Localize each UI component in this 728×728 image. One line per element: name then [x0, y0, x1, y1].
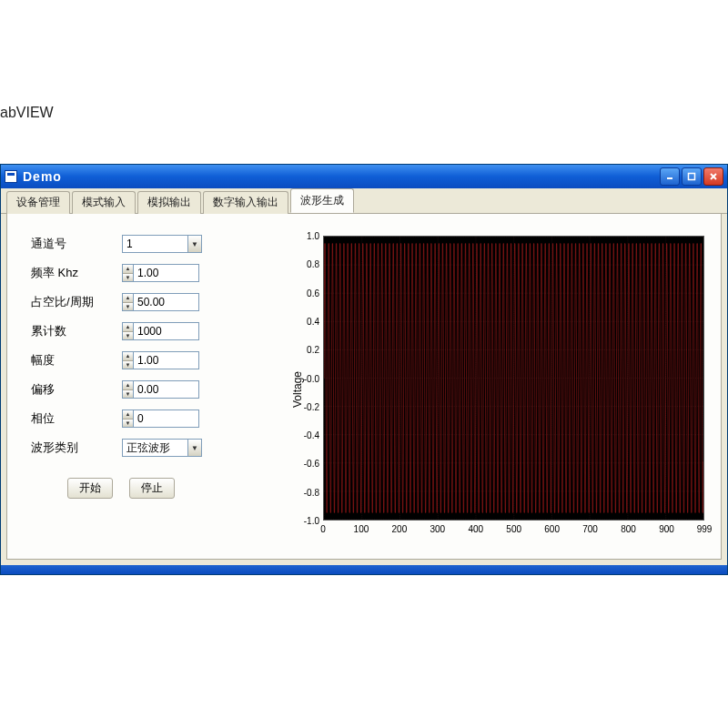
x-tick-label: 800	[621, 524, 636, 534]
chart-y-ticks: -1.0-0.8-0.6-0.4-0.2-0.00.20.40.60.81.0	[296, 236, 321, 521]
duty-spinner[interactable]: ▲ ▼	[122, 293, 134, 311]
y-tick-label: -0.4	[304, 430, 319, 440]
chart-plot-area	[323, 236, 704, 521]
app-name-fragment: abVIEW	[0, 105, 54, 121]
window-title: Demo	[23, 169, 62, 184]
spin-up-icon[interactable]: ▲	[123, 294, 133, 303]
x-tick-label: 999	[697, 524, 713, 534]
y-tick-label: -1.0	[304, 516, 319, 526]
duty-label: 占空比/周期	[31, 294, 122, 310]
x-tick-label: 900	[659, 524, 674, 534]
frequency-label: 频率 Khz	[31, 265, 122, 281]
x-tick-label: 300	[430, 524, 445, 534]
spin-up-icon[interactable]: ▲	[123, 381, 133, 390]
wavetype-select[interactable]: 正弦波形 ▼	[122, 439, 202, 457]
y-tick-label: 0.2	[307, 345, 319, 355]
x-tick-label: 500	[506, 524, 521, 534]
offset-label: 偏移	[31, 381, 122, 398]
x-tick-label: 400	[468, 524, 483, 534]
offset-input[interactable]	[134, 380, 199, 399]
y-tick-label: -0.6	[304, 459, 319, 469]
y-tick-label: -0.2	[304, 401, 319, 411]
spin-up-icon[interactable]: ▲	[123, 410, 133, 420]
x-tick-label: 100	[354, 524, 369, 534]
minimize-icon	[665, 172, 674, 181]
frequency-spinner[interactable]: ▲ ▼	[122, 264, 134, 282]
spin-down-icon[interactable]: ▼	[123, 303, 133, 311]
x-tick-label: 700	[582, 524, 598, 534]
start-button[interactable]: 开始	[67, 478, 113, 499]
count-input[interactable]	[134, 322, 199, 340]
spin-down-icon[interactable]: ▼	[123, 332, 133, 340]
spin-down-icon[interactable]: ▼	[123, 420, 133, 428]
y-tick-label: -0.8	[304, 487, 319, 497]
stop-button[interactable]: 停止	[129, 478, 175, 499]
y-tick-label: 1.0	[307, 231, 319, 241]
spin-up-icon[interactable]: ▲	[123, 265, 133, 274]
app-window: Demo 设备管理 模式输入 模拟输出 数字输入输出 波形生成 通道号 1 ▼	[0, 164, 728, 575]
tab-analog-output[interactable]: 模拟输出	[137, 191, 201, 214]
chart-x-ticks: 0100200300400500600700800900999	[323, 524, 704, 537]
x-tick-label: 600	[544, 524, 560, 534]
wavetype-value: 正弦波形	[122, 439, 187, 457]
tab-waveform-gen[interactable]: 波形生成	[290, 188, 354, 213]
wavetype-label: 波形类别	[31, 440, 122, 456]
titlebar: Demo	[1, 165, 727, 188]
amplitude-spinner[interactable]: ▲ ▼	[122, 351, 134, 369]
window-bottom-frame	[1, 565, 727, 574]
y-tick-label: 0.6	[307, 288, 319, 298]
waveform-chart: Voltage -1.0-0.8-0.6-0.4-0.2-0.00.20.40.…	[281, 230, 710, 548]
spin-down-icon[interactable]: ▼	[123, 274, 133, 282]
phase-spinner[interactable]: ▲ ▼	[122, 410, 134, 428]
phase-input[interactable]	[134, 410, 199, 428]
close-icon	[709, 172, 718, 181]
tab-mode-input[interactable]: 模式输入	[72, 191, 136, 214]
count-label: 累计数	[31, 323, 122, 339]
y-tick-label: -0.0	[304, 373, 319, 383]
tab-device-manage[interactable]: 设备管理	[6, 191, 70, 214]
channel-label: 通道号	[31, 236, 122, 252]
y-tick-label: 0.8	[307, 259, 319, 269]
chevron-down-icon: ▼	[187, 439, 202, 457]
channel-value: 1	[122, 235, 187, 253]
phase-label: 相位	[31, 410, 122, 427]
x-tick-label: 0	[320, 524, 326, 534]
spin-up-icon[interactable]: ▲	[123, 323, 133, 332]
chart-svg	[324, 237, 703, 520]
frequency-input[interactable]	[134, 264, 199, 282]
x-tick-label: 200	[392, 524, 408, 534]
spin-down-icon[interactable]: ▼	[123, 390, 133, 399]
tabstrip: 设备管理 模式输入 模拟输出 数字输入输出 波形生成	[1, 188, 727, 214]
tab-panel-waveform-gen: 通道号 1 ▼ 频率 Khz ▲ ▼ 占空比/周期	[6, 214, 722, 560]
count-spinner[interactable]: ▲ ▼	[122, 322, 134, 340]
amplitude-input[interactable]	[134, 351, 199, 369]
minimize-button[interactable]	[660, 167, 680, 186]
duty-input[interactable]	[134, 293, 199, 311]
close-button[interactable]	[703, 167, 723, 186]
offset-spinner[interactable]: ▲ ▼	[122, 380, 134, 399]
channel-select[interactable]: 1 ▼	[122, 235, 202, 253]
spin-up-icon[interactable]: ▲	[123, 352, 133, 361]
tab-digital-io[interactable]: 数字输入输出	[203, 191, 288, 214]
parameter-form: 通道号 1 ▼ 频率 Khz ▲ ▼ 占空比/周期	[18, 230, 268, 548]
svg-rect-1	[689, 174, 695, 180]
chevron-down-icon: ▼	[187, 235, 202, 253]
maximize-button[interactable]	[682, 167, 702, 186]
amplitude-label: 幅度	[31, 352, 122, 369]
maximize-icon	[687, 172, 696, 181]
window-app-icon	[5, 170, 17, 183]
spin-down-icon[interactable]: ▼	[123, 361, 133, 369]
y-tick-label: 0.4	[307, 316, 319, 326]
